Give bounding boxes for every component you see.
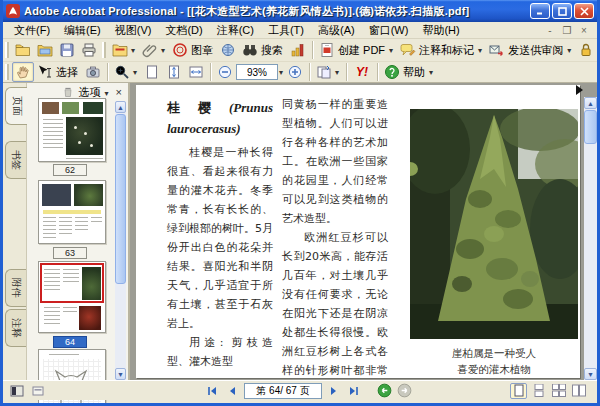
panel-scrollbar[interactable]: ▲ ▼ (115, 101, 126, 380)
help-button[interactable]: 帮助▾ (381, 62, 437, 82)
secure-button[interactable]: 安全▾ (575, 40, 600, 60)
menu-tools[interactable]: 工具(T) (261, 22, 311, 39)
menu-file[interactable]: 文件(F) (7, 22, 57, 39)
thumbnail-art (63, 307, 77, 308)
comment-markup-button[interactable]: 注释和标记▾ (397, 40, 486, 60)
tree-photo (410, 109, 578, 339)
thumbnail-art (43, 143, 63, 144)
thumbnail-art (59, 217, 72, 218)
tab-bookmarks[interactable]: 书签 (5, 141, 26, 179)
actual-size-button[interactable] (141, 62, 163, 82)
menu-document[interactable]: 文档(D) (158, 22, 209, 39)
toolbar-grip[interactable] (102, 42, 106, 58)
open-button[interactable] (12, 40, 34, 60)
facing-layout-button[interactable] (570, 383, 587, 399)
menu-window[interactable]: 窗口(W) (362, 22, 416, 39)
menu-edit[interactable]: 编辑(E) (57, 22, 108, 39)
toolbar-separator (312, 41, 313, 59)
stamp-button[interactable]: 图章 (169, 40, 217, 60)
zoom-tool-button[interactable]: ▾ (111, 62, 141, 82)
create-pdf-button[interactable]: 创建 PDF▾ (316, 40, 397, 60)
panel-scrollbar-thumb[interactable] (115, 114, 126, 284)
fit-width-button[interactable] (185, 62, 207, 82)
toolbar-grip[interactable] (5, 64, 9, 80)
zoom-in-icon (287, 64, 303, 80)
single-page-layout-button[interactable] (510, 383, 527, 399)
next-view-button[interactable] (396, 383, 412, 399)
thumbnail-label-62[interactable]: 62 (53, 164, 87, 176)
paragraph: 同黄杨一样的重要造型植物。人们可以进行各种各样的艺术加工。在欧洲一些国家的花园里… (282, 95, 388, 228)
doc-close-button[interactable]: × (577, 25, 591, 36)
zoom-level-input[interactable] (236, 64, 278, 80)
tab-pages[interactable]: 页面 (5, 87, 28, 125)
menu-view[interactable]: 视图(V) (108, 22, 159, 39)
close-button[interactable] (574, 3, 594, 19)
maximize-button[interactable] (552, 3, 572, 19)
thumbnail-page-62[interactable] (38, 98, 106, 162)
send-review-label: 发送供审阅 (507, 43, 564, 58)
upload-chart-button[interactable] (287, 40, 309, 60)
first-page-button[interactable] (204, 383, 220, 399)
pages-panel: 选项 ▾ × (27, 83, 130, 380)
panel-close-icon[interactable]: × (114, 86, 124, 98)
thumbnail-art (63, 311, 77, 312)
folder-history-icon (112, 42, 128, 58)
doc-scroll-up-icon[interactable]: ▲ (584, 97, 597, 109)
print-button[interactable] (78, 40, 100, 60)
thumbnail-label-64[interactable]: 64 (53, 336, 87, 348)
email-button[interactable] (217, 40, 239, 60)
thumbnail-page-63[interactable] (38, 180, 106, 244)
page-number-input[interactable] (244, 383, 322, 399)
minimize-button[interactable] (530, 3, 550, 19)
panel-scroll-down-icon[interactable]: ▼ (115, 368, 126, 380)
pane-arrow-button[interactable] (576, 85, 583, 95)
thumbnail-label-63[interactable]: 63 (53, 247, 87, 259)
thumbnail-art (43, 147, 63, 148)
menu-help[interactable]: 帮助(H) (415, 22, 466, 39)
menu-comments[interactable]: 注释(C) (210, 22, 261, 39)
navigation-pane-icon[interactable] (9, 383, 25, 399)
dropdown-arrow-icon: ▾ (388, 46, 394, 55)
hide-panel-icon[interactable] (30, 383, 46, 399)
menu-advanced[interactable]: 高级(A) (311, 22, 362, 39)
page-display-button[interactable]: ▾ (313, 62, 343, 82)
organizer-menu-button[interactable]: ▾ (109, 40, 139, 60)
thumbnail-art (66, 117, 103, 155)
acrobat-window: Adobe Acrobat Professional - [[花木造型艺术(养花… (0, 0, 600, 406)
last-page-button[interactable] (346, 383, 362, 399)
thumbnail-art (75, 221, 88, 222)
thumbnail-art (59, 225, 72, 226)
delete-pages-icon[interactable] (62, 86, 74, 98)
doc-scrollbar-thumb[interactable] (584, 110, 597, 144)
continuous-layout-button[interactable] (530, 383, 547, 399)
snapshot-button[interactable] (82, 62, 104, 82)
organizer-button[interactable] (34, 40, 56, 60)
save-icon (59, 42, 75, 58)
toolbar-grip[interactable] (5, 42, 9, 58)
doc-minimize-button[interactable]: - (543, 25, 557, 36)
doc-scroll-down-icon[interactable]: ▼ (584, 368, 597, 380)
select-tool-button[interactable]: 选择 (34, 62, 82, 82)
tab-comments[interactable]: 注释 (5, 309, 26, 347)
yahoo-search-button[interactable]: Y! (350, 63, 374, 81)
save-button[interactable] (56, 40, 78, 60)
attach-button[interactable]: ▾ (139, 40, 169, 60)
thumbnail-art (43, 225, 56, 226)
fit-page-button[interactable] (163, 62, 185, 82)
document-scrollbar[interactable]: ▲ ▼ (584, 97, 597, 380)
next-page-button[interactable] (326, 383, 342, 399)
search-button[interactable]: 搜索 (239, 40, 287, 60)
hand-tool-button[interactable] (12, 62, 34, 82)
previous-page-button[interactable] (224, 383, 240, 399)
previous-view-button[interactable] (376, 383, 392, 399)
secure-label: 安全 (596, 43, 600, 58)
zoom-out-button[interactable] (214, 62, 236, 82)
tab-attachments[interactable]: 附件 (5, 269, 26, 307)
zoom-in-button[interactable] (284, 62, 306, 82)
panel-scroll-up-icon[interactable]: ▲ (115, 101, 126, 113)
continuous-facing-layout-button[interactable] (550, 383, 567, 399)
thumbnail-page-64[interactable] (38, 261, 106, 333)
send-review-button[interactable]: 发送供审阅▾ (486, 40, 575, 60)
document-pane[interactable]: 桂樱(Prunus laurocerasus) 桂樱是一种长得很直、看起来很有力… (130, 83, 597, 380)
doc-restore-button[interactable]: ❐ (560, 25, 574, 36)
